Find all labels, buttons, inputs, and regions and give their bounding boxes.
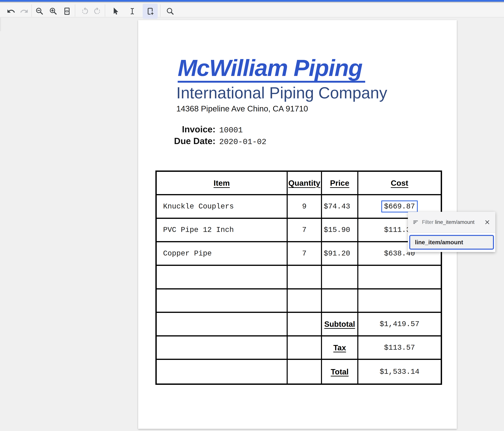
rotate-right-button[interactable] <box>92 6 102 17</box>
cell-quantity <box>288 266 322 290</box>
toolbar <box>0 2 504 18</box>
zoom-in-icon <box>49 7 58 16</box>
filter-icon <box>412 219 419 226</box>
top-accent-bar <box>0 0 504 2</box>
text-select-tool-button[interactable] <box>127 6 138 17</box>
zoom-out-icon <box>35 7 44 16</box>
cell-empty <box>157 336 288 360</box>
zoom-in-button[interactable] <box>48 6 59 17</box>
cell-price <box>322 266 358 290</box>
cell-item: PVC Pipe 12 Inch <box>157 219 288 242</box>
filter-popup-body: line_item/amount <box>408 233 495 252</box>
selected-amount-annotation[interactable]: $669.87 <box>381 201 418 212</box>
due-date-line: Due Date: 2020-01-02 <box>163 136 266 148</box>
redo-icon <box>20 7 28 16</box>
rotate-right-icon <box>93 7 101 16</box>
undo-icon <box>7 7 15 16</box>
toolbar-divider <box>75 4 75 17</box>
column-header-price: Price <box>322 172 358 195</box>
toolbar-divider <box>105 4 105 17</box>
filter-popup: Filter line_item/amount line_item/amount <box>408 212 495 252</box>
invoice-fields: Invoice: 10001 Due Date: 2020-01-02 <box>163 124 266 148</box>
cell-price: $15.90 <box>322 219 358 242</box>
invoice-number-value: 10001 <box>219 126 243 135</box>
column-header-quantity: Quantity <box>288 172 322 195</box>
rotate-left-button[interactable] <box>80 6 90 17</box>
fit-width-icon <box>63 7 71 16</box>
company-address: 14368 Pipeline Ave Chino, CA 91710 <box>176 104 308 113</box>
summary-value-tax: $113.57 <box>358 336 441 360</box>
add-region-icon <box>146 7 154 16</box>
invoice-table: ItemQuantityPriceCostKnuckle Couplers9$7… <box>155 170 442 385</box>
cell-quantity: 7 <box>288 242 322 266</box>
cell-quantity: 7 <box>288 219 322 242</box>
redo-button[interactable] <box>19 6 29 17</box>
search-icon <box>166 7 174 16</box>
toolbar-divider <box>160 4 160 17</box>
cell-quantity <box>288 290 322 313</box>
text-cursor-icon <box>128 7 137 16</box>
search-button[interactable] <box>165 6 175 17</box>
invoice-number-label: Invoice: <box>163 124 216 134</box>
summary-label-subtotal: Subtotal <box>322 313 358 336</box>
cell-cost <box>358 266 441 290</box>
fit-width-button[interactable] <box>62 6 72 17</box>
undo-button[interactable] <box>6 6 16 17</box>
filter-target: line_item/amount <box>435 219 475 225</box>
filter-prefix: Filter <box>422 219 433 225</box>
label-option-line-item-amount[interactable]: line_item/amount <box>409 235 494 250</box>
filter-popup-title: Filter line_item/amount <box>422 219 484 225</box>
cell-cost <box>358 290 441 313</box>
summary-label-total: Total <box>322 360 358 384</box>
top-bar-shadow <box>0 2 504 3</box>
company-subtitle: International Piping Company <box>176 84 387 102</box>
select-tool-button[interactable] <box>110 6 121 17</box>
company-title: McWilliam Piping <box>178 56 365 83</box>
cell-empty <box>157 360 288 384</box>
add-region-tool-button[interactable] <box>143 4 158 19</box>
close-icon <box>484 219 490 225</box>
summary-value-subtotal: $1,419.57 <box>358 313 441 336</box>
due-date-label: Due Date: <box>163 136 216 146</box>
column-header-item: Item <box>157 172 288 195</box>
cell-item <box>157 266 288 290</box>
cell-item: Copper Pipe <box>157 242 288 266</box>
cell-quantity: 9 <box>288 195 322 219</box>
close-button[interactable] <box>484 219 491 226</box>
cell-item <box>157 290 288 313</box>
cell-price: $91.20 <box>322 242 358 266</box>
cell-price <box>322 290 358 313</box>
toolbar-divider <box>31 4 32 17</box>
column-header-cost: Cost <box>358 172 441 195</box>
due-date-value: 2020-01-02 <box>219 138 266 146</box>
cursor-icon <box>111 7 120 16</box>
filter-popup-header: Filter line_item/amount <box>408 212 495 233</box>
cell-empty <box>288 336 322 360</box>
invoice-number-line: Invoice: 10001 <box>163 124 266 136</box>
cell-empty <box>157 313 288 336</box>
cell-item: Knuckle Couplers <box>157 195 288 219</box>
cell-price: $74.43 <box>322 195 358 219</box>
collapsed-panel-edge <box>0 18 1 31</box>
cell-empty <box>288 360 322 384</box>
summary-label-tax: Tax <box>322 336 358 360</box>
summary-value-total: $1,533.14 <box>358 360 441 384</box>
rotate-left-icon <box>81 7 90 16</box>
zoom-out-button[interactable] <box>34 6 45 17</box>
cell-empty <box>288 313 322 336</box>
